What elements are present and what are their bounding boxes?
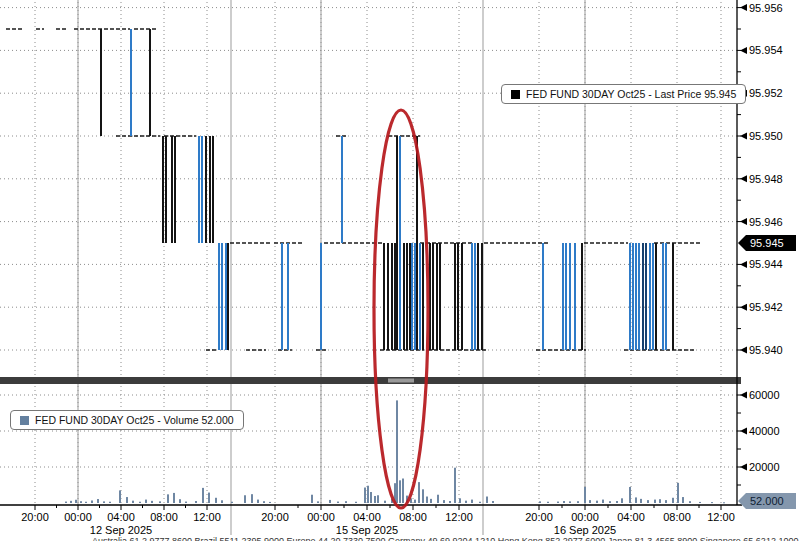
svg-text:95.946: 95.946 <box>749 216 783 228</box>
svg-text:15 Sep 2025: 15 Sep 2025 <box>336 524 398 536</box>
svg-text:95.952: 95.952 <box>749 87 783 99</box>
svg-text:52.000: 52.000 <box>750 495 784 507</box>
bloomberg-footer-clipped: Australia 61 2 9777 8600 Brazil 5511 239… <box>92 536 800 541</box>
svg-text:12:00: 12:00 <box>707 511 735 523</box>
svg-text:04:00: 04:00 <box>353 511 381 523</box>
chart-canvas[interactable]: 95.95695.95495.95295.95095.94895.94695.9… <box>0 0 800 541</box>
svg-text:95.948: 95.948 <box>749 173 783 185</box>
svg-text:16 Sep 2025: 16 Sep 2025 <box>554 524 616 536</box>
svg-text:20:00: 20:00 <box>525 511 553 523</box>
svg-text:95.954: 95.954 <box>749 44 783 56</box>
svg-text:00:00: 00:00 <box>64 511 92 523</box>
svg-text:60000: 60000 <box>749 389 780 401</box>
svg-text:40000: 40000 <box>749 425 780 437</box>
svg-text:95.956: 95.956 <box>749 2 783 14</box>
price-legend: FED FUND 30DAY Oct25 - Last Price 95.945 <box>501 84 746 104</box>
svg-text:95.950: 95.950 <box>749 130 783 142</box>
svg-text:00:00: 00:00 <box>307 511 335 523</box>
svg-text:20000: 20000 <box>749 461 780 473</box>
svg-text:04:00: 04:00 <box>617 511 645 523</box>
bloomberg-chart-window: 95.95695.95495.95295.95095.94895.94695.9… <box>0 0 800 541</box>
svg-text:12:00: 12:00 <box>193 511 221 523</box>
svg-text:08:00: 08:00 <box>150 511 178 523</box>
svg-text:20:00: 20:00 <box>261 511 289 523</box>
volume-series-swatch-icon <box>20 416 29 425</box>
svg-text:95.945: 95.945 <box>750 237 784 249</box>
volume-legend-label: FED FUND 30DAY Oct25 - Volume 52.000 <box>35 414 234 426</box>
svg-text:08:00: 08:00 <box>663 511 691 523</box>
svg-text:08:00: 08:00 <box>399 511 427 523</box>
volume-legend: FED FUND 30DAY Oct25 - Volume 52.000 <box>10 410 244 430</box>
svg-text:04:00: 04:00 <box>107 511 135 523</box>
svg-text:00:00: 00:00 <box>571 511 599 523</box>
svg-text:95.944: 95.944 <box>749 258 783 270</box>
svg-text:12:00: 12:00 <box>445 511 473 523</box>
svg-text:95.942: 95.942 <box>749 301 783 313</box>
svg-text:20:00: 20:00 <box>21 511 49 523</box>
svg-text:95.940: 95.940 <box>749 344 783 356</box>
svg-text:12 Sep 2025: 12 Sep 2025 <box>90 524 152 536</box>
price-series-swatch-icon <box>511 90 520 99</box>
price-legend-label: FED FUND 30DAY Oct25 - Last Price 95.945 <box>526 88 736 100</box>
